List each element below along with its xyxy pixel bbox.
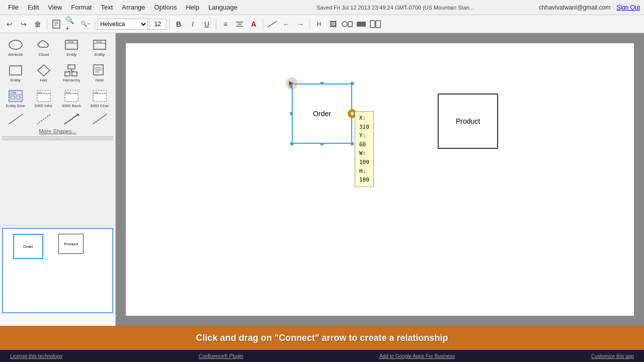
shape-has[interactable]: Has	[30, 61, 57, 84]
shape-cloud[interactable]: Cloud	[30, 35, 57, 59]
shape-erd-bech[interactable]: Bech ERD Bech	[58, 86, 86, 110]
license-link[interactable]: License this technology	[10, 353, 62, 359]
menu-format[interactable]: Format	[67, 2, 96, 13]
hierarchy-icon	[62, 63, 80, 78]
underline-button[interactable]: U	[200, 18, 213, 31]
product-shape-container[interactable]: Product	[438, 94, 498, 149]
shape-tools-icon	[342, 20, 353, 28]
shapes-row-3: Entity Entity Exte Infor ERD Infor	[2, 86, 113, 110]
zoom-out-button[interactable]: 🔍−	[79, 18, 92, 31]
panel-resize-handle[interactable]	[2, 136, 113, 140]
svg-point-8	[342, 22, 347, 27]
font-select[interactable]: Helvetica	[98, 19, 148, 30]
menu-help[interactable]: Help	[182, 2, 203, 13]
font-color-button[interactable]: A	[247, 18, 260, 31]
shape-erd-bech-label: ERD Bech	[62, 104, 81, 108]
highlight-button[interactable]: H	[312, 18, 326, 31]
google-apps-link[interactable]: Add to Google Apps For Business	[379, 353, 455, 359]
menu-view[interactable]: View	[44, 2, 66, 13]
menu-language[interactable]: Language	[204, 2, 242, 13]
svg-point-55	[351, 112, 354, 115]
redo-button[interactable]: ↪	[17, 18, 30, 31]
erd-bech-icon: Bech	[62, 88, 80, 104]
shape-attribute[interactable]: Attribute	[2, 35, 29, 59]
svg-rect-23	[65, 72, 70, 76]
shape-erd-char-label: ERD Char	[91, 104, 109, 108]
tooltip-w: W: 100	[359, 149, 369, 166]
arrow-left-button[interactable]: ←	[280, 18, 293, 31]
svg-marker-21	[38, 65, 50, 76]
shape-hierarchy-label: Hierarchy	[63, 78, 80, 82]
menu-file[interactable]: File	[4, 2, 23, 13]
shape-note[interactable]: Note	[86, 61, 113, 84]
arrow-right-button[interactable]: →	[294, 18, 307, 31]
shape-entity2[interactable]: Smar Entity	[86, 35, 113, 59]
preview-canvas[interactable]: Order Product	[2, 228, 113, 313]
product-shape[interactable]: Product	[438, 94, 498, 149]
shape-erd-char[interactable]: Char ERD Char	[86, 86, 113, 110]
more-shapes-link[interactable]: More Shapes...	[2, 126, 113, 136]
page-icon	[52, 20, 62, 29]
bold-button[interactable]: B	[172, 18, 185, 31]
order-shape-container[interactable]: Order X: 310 Y: 60 W: 100	[292, 83, 352, 144]
shape-entity2-label: Entity	[95, 52, 105, 57]
svg-rect-24	[72, 72, 77, 76]
attribute-icon	[7, 37, 25, 52]
product-label: Product	[456, 117, 480, 125]
sign-out-button[interactable]: Sign Out	[616, 4, 640, 11]
shape-entity3[interactable]: Entity	[2, 61, 29, 84]
shape-hierarchy[interactable]: Hierarchy	[58, 61, 86, 84]
menu-options[interactable]: Options	[150, 2, 181, 13]
order-shape[interactable]: Order	[292, 83, 352, 144]
zoom-in-button[interactable]: 🔍+	[65, 18, 78, 31]
shape-entity1[interactable]: Smar Entity	[58, 35, 86, 59]
line-diagonal1[interactable]	[2, 112, 29, 126]
shape-entity1-label: Entity	[66, 52, 76, 57]
italic-button[interactable]: I	[186, 18, 199, 31]
shape-attribute-label: Attribute	[8, 52, 23, 57]
line-icon	[267, 20, 278, 28]
line-diagonal3[interactable]	[58, 112, 86, 126]
undo-button[interactable]: ↩	[3, 18, 16, 31]
image-button[interactable]: 🖼	[327, 18, 340, 31]
menu-text[interactable]: Text	[97, 2, 117, 13]
connector-icon	[370, 20, 381, 28]
delete-button[interactable]: 🗑	[31, 18, 44, 31]
shape-entity-ext[interactable]: Entity Entity Exte	[2, 86, 29, 110]
line-diagonal4[interactable]	[86, 112, 113, 126]
connector-button[interactable]	[369, 18, 382, 31]
rectangle-button[interactable]	[355, 18, 368, 31]
svg-line-51	[93, 114, 107, 124]
svg-point-13	[9, 40, 22, 49]
preview-order-box: Order	[13, 234, 43, 259]
canvas-area[interactable]: Order X: 310 Y: 60 W: 100	[116, 33, 644, 326]
shape-erd-info[interactable]: Infor ERD Infor	[30, 86, 57, 110]
page-button[interactable]	[50, 18, 64, 31]
app: File Edit View Format Text Arrange Optio…	[0, 0, 644, 362]
toolbar-sep-6	[309, 19, 310, 30]
svg-text:Bech: Bech	[66, 91, 70, 94]
save-status: Saved Fri Jul 12 2013 23:49:24 GMT-0700 …	[253, 5, 538, 11]
font-size-input[interactable]	[149, 19, 167, 30]
drawing-canvas[interactable]: Order X: 310 Y: 60 W: 100	[126, 43, 634, 316]
menu-arrange[interactable]: Arrange	[118, 2, 149, 13]
svg-rect-10	[357, 22, 366, 27]
erd-char-icon: Char	[91, 88, 109, 104]
cloud-icon	[35, 37, 53, 52]
entity1-icon: Smar	[62, 37, 80, 52]
align-center-button[interactable]	[233, 18, 246, 31]
line-diagonal2[interactable]	[30, 112, 57, 126]
svg-rect-22	[68, 65, 75, 69]
toolbar-sep-5	[263, 19, 263, 30]
menu-edit[interactable]: Edit	[24, 2, 43, 13]
left-panel: Attribute Cloud Smar Entity	[0, 33, 116, 326]
align-left-button[interactable]: ≡	[219, 18, 232, 31]
shape-tools-button[interactable]	[341, 18, 354, 31]
confluence-link[interactable]: Confluence® Plugin	[199, 353, 244, 359]
menubar: File Edit View Format Text Arrange Optio…	[0, 0, 644, 15]
cursor-icon	[288, 79, 296, 87]
lines-row	[2, 112, 113, 126]
line-button[interactable]	[266, 18, 279, 31]
customize-link[interactable]: Customize this app	[591, 353, 634, 359]
toolbar: ↩ ↪ 🗑 🔍+ 🔍− Helvetica B I U ≡ A ← →	[0, 15, 644, 33]
